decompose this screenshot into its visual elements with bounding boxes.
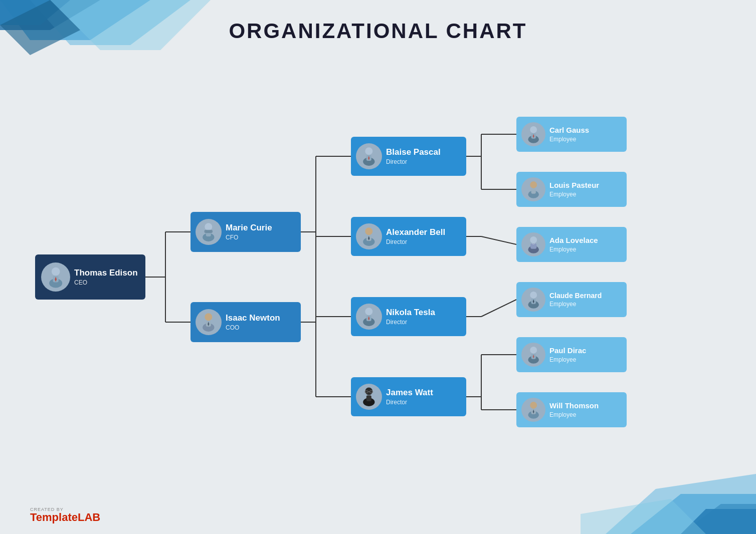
svg-point-38 — [205, 223, 213, 231]
emp5-node: Paul Dirac Employee — [516, 337, 627, 372]
emp2-avatar — [521, 177, 545, 201]
dir2-avatar — [356, 223, 382, 249]
ceo-avatar — [41, 262, 70, 292]
cfo-avatar — [196, 219, 222, 245]
emp3-avatar — [521, 232, 545, 256]
svg-point-58 — [365, 388, 373, 395]
svg-rect-60 — [366, 396, 371, 402]
page-title: ORGANIZATIONAL CHART — [0, 19, 756, 43]
dir4-node: James Watt Director — [351, 377, 466, 416]
dir1-node: Blaise Pascal Director — [351, 137, 466, 176]
svg-marker-10 — [581, 499, 706, 534]
emp6-avatar — [521, 398, 545, 422]
svg-rect-70 — [531, 188, 535, 194]
emp1-node: Carl Gauss Employee — [516, 117, 627, 152]
dir3-name: Nikola Tesla — [386, 308, 435, 318]
dir4-avatar — [356, 384, 382, 410]
emp1-role: Employee — [549, 136, 589, 143]
emp4-node: Claude Bernard Employee — [516, 282, 627, 317]
svg-line-27 — [481, 236, 516, 244]
svg-point-78 — [530, 347, 537, 354]
svg-point-42 — [205, 314, 213, 321]
dir4-name: James Watt — [386, 388, 433, 398]
coo-name: Isaac Newton — [226, 313, 280, 323]
emp1-text: Carl Gauss Employee — [549, 126, 589, 143]
emp1-name: Carl Gauss — [549, 126, 589, 135]
dir1-text: Blaise Pascal Director — [386, 147, 441, 165]
dir2-role: Director — [386, 238, 445, 245]
svg-point-54 — [365, 308, 373, 316]
emp3-role: Employee — [549, 246, 598, 253]
dir1-name: Blaise Pascal — [386, 147, 441, 157]
dir3-role: Director — [386, 319, 435, 326]
dir4-role: Director — [386, 399, 433, 406]
ceo-name: Thomas Edison — [74, 268, 138, 278]
dir2-name: Alexander Bell — [386, 227, 445, 237]
brand-bold: LAB — [78, 511, 100, 523]
emp4-role: Employee — [549, 301, 602, 308]
dir3-avatar — [356, 304, 382, 330]
ceo-role: CEO — [74, 279, 138, 286]
svg-point-34 — [52, 268, 60, 276]
emp6-role: Employee — [549, 411, 599, 418]
emp3-text: Ada Lovelace Employee — [549, 236, 598, 253]
svg-point-64 — [530, 126, 537, 133]
coo-role: COO — [226, 324, 280, 331]
emp2-role: Employee — [549, 191, 599, 198]
cfo-node: Marie Curie CFO — [191, 212, 301, 252]
brand-plain: Template — [30, 511, 78, 523]
emp4-avatar — [521, 288, 545, 312]
emp6-node: Will Thomson Employee — [516, 392, 627, 427]
emp5-name: Paul Dirac — [549, 346, 586, 355]
dir4-text: James Watt Director — [386, 388, 433, 406]
emp2-text: Louis Pasteur Employee — [549, 181, 599, 198]
coo-avatar — [196, 309, 222, 335]
svg-rect-41 — [205, 230, 213, 233]
emp4-text: Claude Bernard Employee — [549, 292, 602, 308]
ceo-text: Thomas Edison CEO — [74, 268, 138, 286]
svg-point-71 — [530, 236, 537, 243]
emp6-name: Will Thomson — [549, 401, 599, 410]
coo-text: Isaac Newton COO — [226, 313, 280, 331]
svg-point-68 — [530, 181, 537, 188]
emp5-avatar — [521, 343, 545, 367]
svg-line-29 — [481, 300, 516, 317]
dir1-avatar — [356, 143, 382, 169]
emp2-name: Louis Pasteur — [549, 181, 599, 190]
ceo-node: Thomas Edison CEO — [35, 254, 145, 300]
emp1-avatar — [521, 122, 545, 146]
dir3-node: Nikola Tesla Director — [351, 297, 466, 336]
emp5-text: Paul Dirac Employee — [549, 346, 586, 363]
emp6-text: Will Thomson Employee — [549, 401, 599, 418]
svg-marker-9 — [681, 509, 756, 534]
dir1-role: Director — [386, 158, 441, 165]
svg-point-46 — [365, 148, 373, 155]
dir2-node: Alexander Bell Director — [351, 217, 466, 256]
svg-point-74 — [530, 292, 537, 299]
emp5-role: Employee — [549, 356, 586, 363]
svg-point-50 — [365, 228, 373, 235]
dir3-text: Nikola Tesla Director — [386, 308, 435, 326]
cfo-text: Marie Curie CFO — [226, 223, 272, 241]
brand-label: TemplateLAB — [30, 512, 100, 523]
emp2-node: Louis Pasteur Employee — [516, 172, 627, 207]
cfo-role: CFO — [226, 234, 272, 241]
svg-marker-7 — [681, 504, 756, 534]
emp4-name: Claude Bernard — [549, 292, 602, 300]
emp3-node: Ada Lovelace Employee — [516, 227, 627, 262]
cfo-name: Marie Curie — [226, 223, 272, 233]
emp3-name: Ada Lovelace — [549, 236, 598, 245]
coo-node: Isaac Newton COO — [191, 302, 301, 342]
watermark: CREATED BY TemplateLAB — [30, 507, 100, 523]
dir2-text: Alexander Bell Director — [386, 227, 445, 245]
svg-point-82 — [530, 402, 537, 409]
